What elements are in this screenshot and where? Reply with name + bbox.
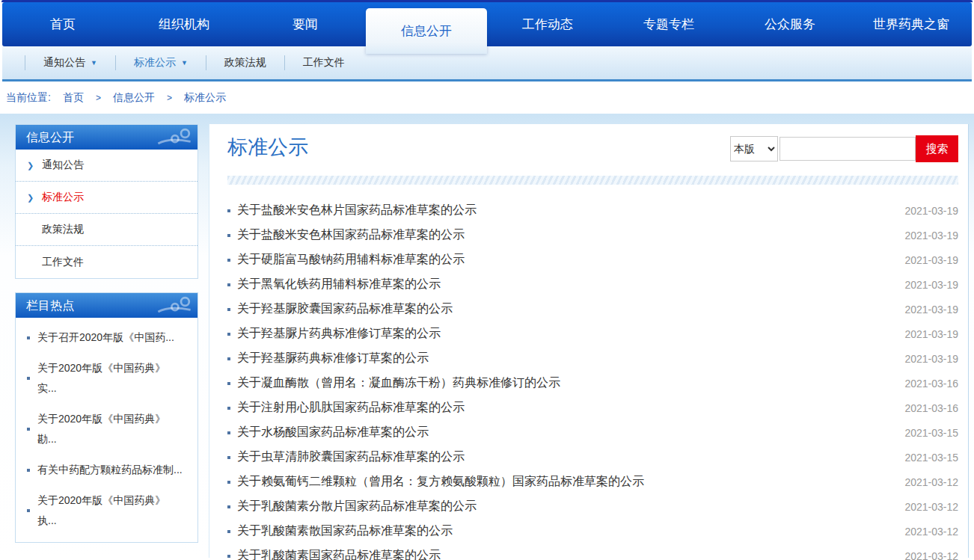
square-bullet-icon [27, 336, 30, 339]
square-bullet-icon [227, 407, 230, 410]
breadcrumb-standards[interactable]: 标准公示 [184, 91, 226, 105]
announcement-date: 2021-03-19 [904, 328, 958, 340]
sidebar-item-standards[interactable]: ❯ 标准公示 [16, 182, 197, 214]
sidebar-hot-panel: 栏目热点 关于召开2020年版《中国药... 关于2020年版《中国药典》 实.… [15, 292, 198, 543]
square-bullet-icon [27, 428, 30, 431]
search-scope-select[interactable]: 本版 [730, 136, 778, 161]
breadcrumb-separator: > [167, 93, 172, 103]
hot-topic-link[interactable]: 有关中药配方颗粒药品标准制... [16, 455, 197, 485]
chevron-down-icon: ▼ [91, 59, 97, 67]
sidebar-item-policies[interactable]: 政策法规 [16, 214, 197, 246]
list-item: 关于盐酸米安色林国家药品标准草案的公示 2021-03-19 [227, 223, 958, 247]
hot-topics-list: 关于召开2020年版《中国药... 关于2020年版《中国药典》 实... 关于… [16, 318, 197, 542]
square-bullet-icon [227, 555, 230, 558]
main-header: 标准公示 本版 搜索 [227, 134, 958, 165]
hot-topic-link[interactable]: 关于2020年版《中国药典》 实... [16, 353, 197, 404]
announcement-date: 2021-03-19 [904, 254, 958, 266]
panel-title-text: 栏目热点 [26, 299, 74, 312]
list-item: 关于羟基脲胶囊国家药品标准草案的公示 2021-03-19 [227, 297, 958, 321]
hot-topic-link[interactable]: 关于2020年版《中国药典》 勘... [16, 404, 197, 455]
announcement-link[interactable]: 关于盐酸米安色林片国家药品标准草案的公示 [237, 203, 895, 218]
square-bullet-icon [227, 456, 230, 459]
list-item: 关于硬脂富马酸钠药用辅料标准草案的公示 2021-03-19 [227, 247, 958, 272]
sidebar-item-label: 工作文件 [42, 256, 84, 269]
announcement-link[interactable]: 关于乳酸菌素国家药品标准草案的公示 [237, 548, 895, 560]
announcement-date: 2021-03-12 [904, 501, 958, 513]
square-bullet-icon [227, 209, 230, 212]
hot-topic-link[interactable]: 关于召开2020年版《中国药... [16, 322, 197, 353]
announcement-link[interactable]: 关于赖氨葡钙二维颗粒（曾用名：复方赖氨酸颗粒）国家药品标准草案的公示 [237, 474, 895, 490]
announcement-link[interactable]: 关于羟基脲片药典标准修订草案的公示 [237, 326, 895, 342]
search-bar: 本版 搜索 [730, 135, 958, 162]
sidebar-item-work-documents[interactable]: 工作文件 [16, 246, 197, 278]
breadcrumb-prefix: 当前位置: [6, 91, 51, 105]
nav-tab-info-disclosure[interactable]: 信息公开 [366, 8, 487, 54]
list-item: 关于羟基脲片药典标准修订草案的公示 2021-03-19 [227, 321, 958, 346]
announcement-link[interactable]: 关于黑氧化铁药用辅料标准草案的公示 [237, 277, 895, 292]
list-item: 关于水杨酸国家药品标准草案的公示 2021-03-15 [227, 420, 958, 445]
nav-tab-world-pharmacopoeia[interactable]: 世界药典之窗 [851, 2, 972, 46]
subnav-item-label: 工作文件 [303, 56, 345, 70]
nav-tab-special-topics[interactable]: 专题专栏 [608, 2, 729, 46]
striped-divider [227, 176, 958, 185]
announcement-link[interactable]: 关于羟基脲胶囊国家药品标准草案的公示 [237, 301, 895, 317]
nav-tab-work-trends[interactable]: 工作动态 [487, 2, 608, 46]
announcement-link[interactable]: 关于硬脂富马酸钠药用辅料标准草案的公示 [237, 252, 895, 268]
main-navigation: 首页 组织机构 要闻 信息公开 工作动态 专题专栏 公众服务 世界药典之窗 [2, 2, 972, 46]
hot-topic-label: 关于召开2020年版《中国药... [37, 327, 174, 348]
content-area: 信息公开 ❯ 通知公告 ❯ 标准公示 政策法规 [0, 114, 974, 558]
sidebar-item-notices[interactable]: ❯ 通知公告 [16, 150, 197, 182]
subnav-item-label: 标准公示 [134, 56, 176, 70]
subnav-item-label: 政策法规 [224, 56, 266, 70]
main-panel: 标准公示 本版 搜索 关于盐酸米安色林片国家药品标准草案的公示 2021-03-… [209, 124, 969, 558]
breadcrumb-home[interactable]: 首页 [63, 91, 84, 105]
square-bullet-icon [27, 377, 30, 380]
hot-topic-label: 关于2020年版《中国药典》 实... [37, 358, 165, 399]
square-bullet-icon [227, 333, 230, 336]
subnav-item-standards[interactable]: 标准公示 ▼ [115, 55, 206, 70]
announcement-link[interactable]: 关于盐酸米安色林国家药品标准草案的公示 [237, 227, 895, 243]
cloud-decoration-icon [154, 127, 195, 147]
sidebar: 信息公开 ❯ 通知公告 ❯ 标准公示 政策法规 [15, 124, 198, 558]
subnav-item-notices[interactable]: 通知公告 ▼ [25, 55, 115, 70]
breadcrumb-info-disclosure[interactable]: 信息公开 [113, 91, 155, 105]
list-item: 关于注射用心肌肽国家药品标准草案的公示 2021-03-16 [227, 396, 958, 420]
announcement-date: 2021-03-12 [904, 550, 958, 560]
page-title: 标准公示 [227, 134, 308, 161]
search-button[interactable]: 搜索 [916, 135, 958, 162]
square-bullet-icon [227, 308, 230, 311]
announcement-link[interactable]: 关于羟基脲药典标准修订草案的公示 [237, 351, 895, 366]
announcement-date: 2021-03-19 [904, 279, 958, 291]
nav-tab-public-service[interactable]: 公众服务 [729, 2, 851, 46]
nav-tab-organization[interactable]: 组织机构 [123, 2, 245, 46]
announcement-date: 2021-03-15 [904, 452, 958, 464]
square-bullet-icon [227, 283, 230, 286]
announcement-date: 2021-03-16 [904, 402, 958, 414]
announcement-link[interactable]: 关于注射用心肌肽国家药品标准草案的公示 [237, 400, 895, 416]
list-item: 关于虫草清肺胶囊国家药品标准草案的公示 2021-03-15 [227, 445, 958, 470]
subnav-item-label: 通知公告 [43, 56, 85, 70]
announcement-link[interactable]: 关于乳酸菌素分散片国家药品标准草案的公示 [237, 499, 895, 514]
announcement-date: 2021-03-19 [904, 205, 958, 217]
sidebar-hot-panel-title: 栏目热点 [16, 293, 197, 318]
search-input[interactable] [779, 137, 916, 161]
subnav-item-work-documents[interactable]: 工作文件 [284, 55, 363, 70]
announcement-link[interactable]: 关于水杨酸国家药品标准草案的公示 [237, 425, 895, 440]
announcement-link[interactable]: 关于虫草清肺胶囊国家药品标准草案的公示 [237, 449, 895, 465]
announcement-date: 2021-03-19 [904, 230, 958, 241]
chevron-down-icon: ▼ [181, 59, 188, 67]
panel-title-text: 信息公开 [26, 131, 74, 144]
subnav-item-policies[interactable]: 政策法规 [206, 55, 284, 70]
cloud-decoration-icon [154, 295, 195, 315]
announcement-link[interactable]: 关于乳酸菌素散国家药品标准草案的公示 [237, 523, 895, 539]
list-item: 关于乳酸菌素国家药品标准草案的公示 2021-03-12 [227, 544, 958, 560]
hot-topic-link[interactable]: 关于2020年版《中国药典》 执... [16, 485, 197, 536]
announcement-link[interactable]: 关于凝血酶散（曾用名：凝血酶冻干粉）药典标准修订的公示 [237, 375, 895, 391]
square-bullet-icon [27, 509, 30, 512]
nav-tab-news[interactable]: 要闻 [245, 2, 366, 46]
nav-tab-home[interactable]: 首页 [2, 2, 123, 46]
list-item: 关于乳酸菌素分散片国家药品标准草案的公示 2021-03-12 [227, 494, 958, 519]
chevron-right-icon: ❯ [27, 193, 42, 203]
announcement-date: 2021-03-16 [904, 378, 958, 390]
announcement-date: 2021-03-12 [904, 526, 958, 538]
